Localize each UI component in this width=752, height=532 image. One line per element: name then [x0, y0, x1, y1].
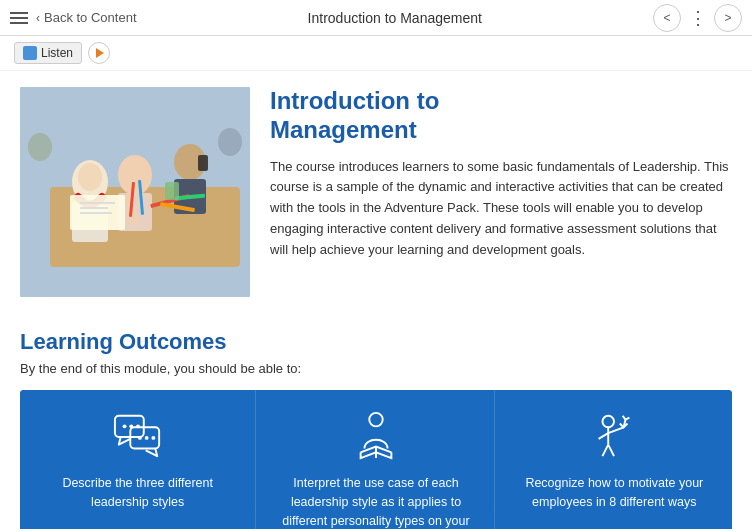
outcomes-subtitle: By the end of this module, you should be… [20, 361, 732, 376]
outcome-text-1: Describe the three different leadership … [36, 474, 239, 512]
page-title: Introduction to Management [308, 10, 482, 26]
more-options-icon[interactable]: ⋮ [689, 7, 706, 29]
nav-bar: ‹ Back to Content Introduction to Manage… [0, 0, 752, 36]
svg-line-36 [609, 445, 615, 457]
svg-point-8 [118, 155, 152, 195]
chevron-left-icon: ‹ [36, 11, 40, 25]
svg-rect-16 [80, 212, 112, 214]
svg-point-4 [78, 163, 102, 191]
svg-rect-20 [165, 182, 179, 200]
svg-point-27 [136, 424, 140, 428]
svg-point-25 [122, 424, 126, 428]
book-person-icon [351, 410, 401, 460]
listen-label: Listen [41, 46, 73, 60]
hero-image [20, 87, 250, 297]
svg-point-30 [151, 436, 155, 440]
svg-point-31 [369, 413, 382, 426]
chat-icon [113, 410, 163, 460]
hamburger-menu-icon[interactable] [10, 12, 28, 24]
listen-bar: Listen [0, 36, 752, 71]
play-triangle-icon [96, 48, 104, 58]
play-button[interactable] [88, 42, 110, 64]
hero-text: Introduction to Management The course in… [270, 87, 732, 261]
svg-rect-7 [198, 155, 208, 171]
main-content: Introduction to Management The course in… [0, 71, 752, 529]
hero-section: Introduction to Management The course in… [0, 71, 752, 313]
back-label: Back to Content [44, 10, 137, 25]
nav-left: ‹ Back to Content [10, 10, 137, 25]
outcomes-title: Learning Outcomes [20, 329, 732, 355]
outcome-text-3: Recognize how to motivate your employees… [513, 474, 716, 512]
nav-right: < ⋮ > [653, 4, 742, 32]
outcome-card-1: Describe the three different leadership … [20, 390, 256, 529]
svg-rect-15 [80, 207, 108, 209]
svg-point-33 [603, 416, 615, 428]
listen-icon [23, 46, 37, 60]
listen-button[interactable]: Listen [14, 42, 82, 64]
svg-point-28 [138, 436, 142, 440]
outcome-card-3: Recognize how to motivate your employees… [497, 390, 732, 529]
svg-point-26 [129, 424, 133, 428]
outcomes-section: Learning Outcomes By the end of this mod… [0, 313, 752, 529]
svg-point-21 [28, 133, 52, 161]
outcome-text-2: Interpret the use case of each leadershi… [274, 474, 477, 529]
next-button[interactable]: > [714, 4, 742, 32]
svg-line-37 [599, 433, 609, 439]
motivate-icon [589, 410, 639, 460]
svg-point-22 [218, 128, 242, 156]
hero-description: The course introduces learners to some b… [270, 157, 732, 261]
svg-point-29 [144, 436, 148, 440]
hero-title: Introduction to Management [270, 87, 732, 145]
back-to-content-link[interactable]: ‹ Back to Content [36, 10, 137, 25]
svg-rect-14 [80, 202, 115, 204]
outcome-cards: Describe the three different leadership … [20, 390, 732, 529]
svg-line-35 [603, 445, 609, 457]
prev-button[interactable]: < [653, 4, 681, 32]
outcome-card-2: Interpret the use case of each leadershi… [258, 390, 494, 529]
